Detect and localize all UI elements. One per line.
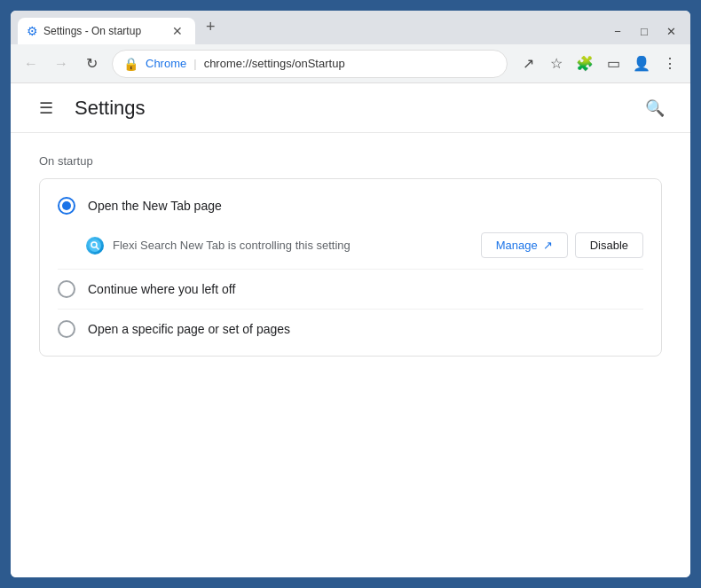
back-button[interactable]: ←: [18, 51, 44, 77]
option-new-tab-label: Open the New Tab page: [88, 199, 222, 213]
options-card: Open the New Tab page Flexi Search New T…: [39, 178, 662, 357]
forward-button[interactable]: →: [48, 51, 75, 77]
close-button[interactable]: ✕: [658, 21, 683, 41]
secure-icon: 🔒: [123, 57, 138, 71]
section-title: On startup: [39, 154, 662, 168]
maximize-button[interactable]: □: [632, 21, 657, 41]
external-link-icon: ↗: [543, 239, 553, 252]
radio-continue[interactable]: [58, 280, 75, 298]
settings-search-button[interactable]: 🔍: [641, 94, 669, 122]
radio-specific-page[interactable]: [58, 320, 75, 338]
option-continue-label: Continue where you left off: [88, 282, 235, 296]
window-controls: − □ ✕: [605, 21, 683, 41]
list-item: Continue where you left off: [40, 270, 661, 309]
url-text: chrome://settings/onStartup: [204, 57, 345, 70]
tab-title: Settings - On startup: [43, 25, 141, 37]
tab-favicon-icon: ⚙: [27, 24, 38, 38]
settings-body: PC RISK.COM On startup Open the New Tab …: [11, 133, 690, 378]
settings-header: ☰ Settings 🔍: [11, 83, 690, 133]
chrome-label: Chrome: [146, 57, 186, 70]
active-tab[interactable]: ⚙ Settings - On startup ✕: [18, 18, 195, 44]
browser-window: ⚙ Settings - On startup ✕ + − □ ✕ ← → ↻ …: [9, 9, 692, 579]
disable-button[interactable]: Disable: [575, 232, 643, 258]
content-area: ☰ Settings 🔍 PC RISK.COM On startup Open…: [11, 83, 690, 577]
list-item: Open the New Tab page: [40, 186, 661, 225]
option-specific-page-label: Open a specific page or set of pages: [88, 322, 290, 336]
hamburger-menu-button[interactable]: ☰: [32, 94, 60, 122]
profile-button[interactable]: 👤: [628, 51, 655, 77]
browser-toolbar: ← → ↻ 🔒 Chrome | chrome://settings/onSta…: [11, 44, 690, 83]
svg-point-0: [89, 239, 101, 252]
address-bar[interactable]: 🔒 Chrome | chrome://settings/onStartup: [112, 50, 508, 78]
settings-page: ☰ Settings 🔍 PC RISK.COM On startup Open…: [11, 83, 690, 577]
extension-control-row: Flexi Search New Tab is controlling this…: [40, 225, 661, 269]
menu-button[interactable]: ⋮: [657, 51, 683, 77]
toolbar-actions: ↗ ☆ 🧩 ▭ 👤 ⋮: [515, 51, 683, 77]
page-title: Settings: [75, 97, 146, 120]
title-bar: ⚙ Settings - On startup ✕ + − □ ✕: [11, 11, 690, 44]
share-button[interactable]: ↗: [515, 51, 541, 77]
minimize-button[interactable]: −: [605, 21, 630, 41]
manage-label: Manage: [496, 239, 538, 252]
new-tab-button[interactable]: +: [199, 14, 223, 40]
list-item: Open a specific page or set of pages: [40, 310, 661, 349]
tab-close-button[interactable]: ✕: [169, 22, 186, 40]
extension-control-text: Flexi Search New Tab is controlling this…: [113, 239, 472, 252]
manage-button[interactable]: Manage ↗: [481, 232, 568, 258]
extensions-button[interactable]: 🧩: [571, 51, 598, 77]
flexi-search-icon: [86, 237, 104, 255]
url-separator: |: [193, 57, 196, 70]
radio-new-tab[interactable]: [58, 197, 75, 215]
bookmark-button[interactable]: ☆: [543, 51, 570, 77]
extension-actions: Manage ↗ Disable: [481, 232, 643, 258]
refresh-button[interactable]: ↻: [78, 51, 105, 77]
sidebar-button[interactable]: ▭: [600, 51, 626, 77]
